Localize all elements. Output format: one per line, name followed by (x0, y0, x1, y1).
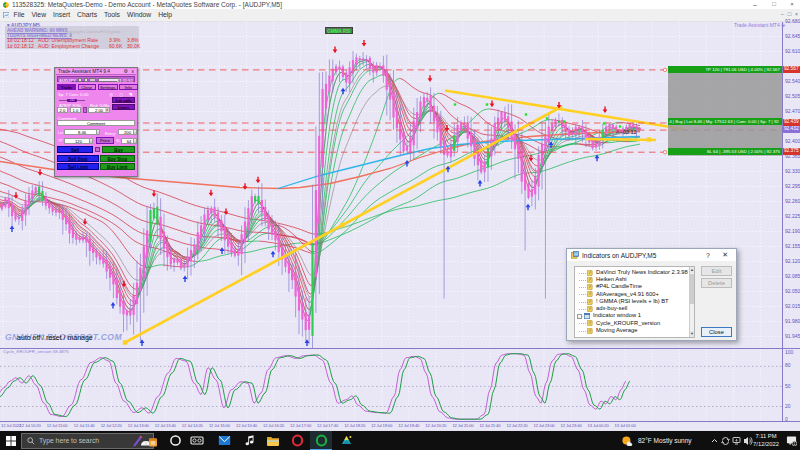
sl-spinner[interactable] (133, 139, 136, 143)
taskbar-clock[interactable]: 7:11 PM 7/12/2022 (750, 433, 782, 448)
lot-calc-button[interactable]: Lot calc (112, 97, 135, 103)
taskbar-icon-music[interactable] (239, 431, 261, 450)
indicator-icon: f (587, 270, 593, 277)
menu-item-help[interactable]: Help (158, 11, 172, 18)
taskbar-icon-explorer[interactable] (262, 431, 284, 450)
menu-item-tools[interactable]: Tools (104, 11, 120, 18)
risk-field[interactable]: 2.00▾ (88, 107, 110, 113)
time-axis-label: 12 Jul 22:20 (506, 423, 527, 428)
taskbar-icon-journal[interactable] (131, 431, 159, 450)
tray-chevron-up-icon[interactable] (711, 431, 718, 450)
close-dialog-button[interactable]: Close (701, 327, 732, 337)
close-button[interactable]: × (784, 0, 800, 9)
taskbar-icon-opera[interactable] (286, 431, 308, 450)
atr-field[interactable]: 2.0 (57, 107, 68, 113)
indicator-item[interactable]: Indicator window 1 (593, 312, 641, 319)
edit-button[interactable]: Edit (701, 266, 732, 276)
taskbar-icon-film[interactable] (186, 431, 208, 450)
panel-tab-settings[interactable]: Settings (98, 84, 118, 90)
comment-field[interactable]: Comment (57, 120, 135, 126)
indicator-icon: f (587, 284, 593, 291)
indicator-item[interactable]: #P4L CandleTime (596, 283, 642, 290)
minimize-button[interactable]: – (747, 0, 763, 9)
indicator-item[interactable]: adx-buy-sell (596, 305, 627, 312)
taskbar-icon-circle[interactable] (164, 431, 186, 450)
price-button[interactable]: Price (96, 137, 114, 144)
indicator-item[interactable]: Moving Average (596, 327, 637, 334)
take-profit-bar[interactable]: TP 120 | 791.06 USD | 4.00% | 92.567 (668, 66, 782, 73)
trade-assistant-gear-icon[interactable]: ⚙ (124, 69, 128, 75)
scroll-thumb[interactable] (690, 274, 694, 304)
symbol-next-button[interactable] (84, 78, 88, 82)
price-scale-label: 92.085 (785, 274, 800, 279)
symbol-prev-button[interactable] (78, 78, 82, 82)
time-axis-label: 12 Jul 2022 (1, 423, 21, 428)
menu-item-view[interactable]: View (31, 11, 46, 18)
buy-button[interactable]: Buy (102, 146, 135, 153)
sell-button[interactable]: Sell (57, 146, 93, 153)
tray-display-icon[interactable] (732, 431, 741, 450)
tp-field[interactable]: 120 (64, 138, 93, 144)
trade-assistant-close-icon[interactable]: x (132, 69, 134, 75)
panel-tab-trade[interactable]: Trade (57, 84, 76, 90)
menu-item-file[interactable]: File (14, 11, 25, 18)
buy-stop-button[interactable]: Buy Stop (100, 155, 136, 162)
maximize-button[interactable]: □ (766, 0, 782, 9)
slider-handle[interactable]: 100 (67, 99, 77, 102)
taskbar-icon-mt-green[interactable] (310, 431, 332, 450)
child-minimize-button[interactable]: – (779, 10, 786, 18)
tray-sync-icon[interactable] (721, 431, 730, 450)
buy-limit-button[interactable]: Buy Limit (100, 163, 136, 170)
pane-scale-label: 0 (785, 417, 788, 422)
indicator-item[interactable]: ! GMMA (RSI levels + lb) BT (596, 298, 669, 305)
indicator-item[interactable]: Cycle_KROUFR_version (596, 320, 660, 327)
trade-assistant-title[interactable]: Trade Assistant MT4 9.4 ⚙ x (56, 69, 136, 75)
menu-item-window[interactable]: Window (127, 11, 151, 18)
scroll-up-icon[interactable]: ▲ (690, 267, 694, 273)
order-mode-toggle[interactable] (95, 147, 100, 152)
time-axis-label: 12 Jul 21:40 (479, 423, 500, 428)
chart-area[interactable]: ▾ AUDJPY,M5 AHEAD WARNING: 90 MINS TODAY… (0, 22, 800, 432)
sl-field[interactable]: 64 (121, 138, 137, 144)
weather-label[interactable]: 82°F Mostly sunny (638, 431, 692, 450)
panel-tab-info[interactable]: Info (119, 84, 138, 90)
sell-stop-button[interactable]: Sell Stop (57, 155, 99, 162)
lines-button[interactable]: Lines (112, 104, 135, 110)
indicators-dialog-titlebar[interactable]: Indicators on AUDJPY,M5 ? ✕ (567, 249, 736, 261)
scroll-down-icon[interactable]: ▼ (690, 331, 694, 337)
taskbar-icon-mail[interactable] (213, 431, 235, 450)
panel-tab-close[interactable]: Close (78, 84, 97, 90)
auto-off-reset-manage-label[interactable]: auto off / reset / manage (17, 334, 93, 341)
rsl-field[interactable]: 1.0 (70, 107, 81, 113)
stop-loss-bar[interactable]: SL 64 | -395.53 USD | 2.00% | 92.375 (668, 148, 782, 155)
dialog-close-button[interactable]: ✕ (722, 251, 728, 259)
entry-field[interactable]: 200 (118, 129, 137, 135)
child-close-button[interactable]: × (793, 10, 800, 18)
menu-item-charts[interactable]: Charts (77, 11, 97, 18)
risk-dropdown-arrow[interactable]: ▾ (105, 108, 109, 113)
price-scale-label: 92.645 (785, 34, 800, 39)
price-scale-label: 92.260 (785, 199, 800, 204)
notification-center-icon[interactable]: 1 (782, 431, 800, 450)
child-restore-button[interactable]: □ (786, 10, 793, 18)
lot-field[interactable]: 8.46 (64, 129, 100, 135)
risk-toggle[interactable] (83, 107, 87, 113)
indicators-scrollbar[interactable]: ▲ ▼ (689, 267, 694, 337)
indicator-item[interactable]: Heiken Ashi (596, 276, 627, 283)
taskbar-icon-gem[interactable] (335, 431, 357, 450)
tree-collapse-icon[interactable]: - (577, 314, 582, 319)
tp-spinner[interactable] (89, 139, 92, 143)
timeframe-button[interactable] (89, 78, 96, 82)
indicator-item[interactable]: AllAverages_v4.91 600+ (596, 291, 659, 298)
weather-icon[interactable] (618, 431, 636, 450)
delete-button[interactable]: Delete (701, 278, 732, 288)
start-button[interactable] (0, 431, 21, 450)
sell-limit-button[interactable]: Sell Limit (57, 163, 99, 170)
menu-item-insert[interactable]: Insert (53, 11, 70, 18)
indicators-list[interactable]: f DaVinci Truly News Indicator 2.3.98f H… (574, 266, 695, 338)
indicator-item[interactable]: DaVinci Truly News Indicator 2.3.98 (596, 269, 688, 276)
dialog-help-button[interactable]: ? (706, 252, 710, 259)
entry-info-bar[interactable]: 4 | Buy | Lot 8.46 | Mg: 17512.63 | Com:… (668, 118, 782, 125)
lot-spinner[interactable] (96, 130, 99, 134)
entry-spinner[interactable] (133, 130, 136, 134)
